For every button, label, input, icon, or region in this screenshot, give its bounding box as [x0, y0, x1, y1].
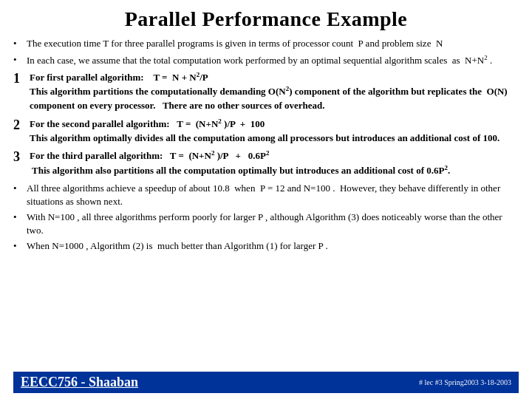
- bottom-bullet-icon-2: •: [13, 211, 27, 223]
- bullet-text-1: The execution time T for three parallel …: [27, 37, 519, 50]
- bottom-bullet-3: • When N=1000 , Algorithm (2) is much be…: [13, 239, 519, 253]
- slide-content: • The execution time T for three paralle…: [13, 37, 519, 369]
- bottom-bullet-2: • With N=100 , all three algorithms perf…: [13, 211, 519, 237]
- section-2: 2 For the second parallel algorithm: T =…: [13, 117, 519, 145]
- footer-info: # lec #3 Spring2003 3-18-2003: [419, 378, 511, 386]
- slide: Parallel Performance Example • The execu…: [0, 0, 532, 399]
- section-content-1: For first parallel algorithm: T = N + N2…: [30, 70, 519, 113]
- bottom-bullet-text-1: All three algorithms achieve a speedup o…: [27, 182, 519, 208]
- section-num-1: 1: [13, 70, 30, 87]
- section-2-line-1: For the second parallel algorithm: T = (…: [30, 117, 519, 132]
- bottom-bullet-text-3: When N=1000 , Algorithm (2) is much bett…: [27, 239, 519, 253]
- bullet-icon-2: •: [13, 53, 27, 66]
- bottom-bullet-icon-3: •: [13, 239, 27, 252]
- bullet-icon-1: •: [13, 37, 27, 50]
- bullet-2: • In each case, we assume that the total…: [13, 53, 519, 68]
- section-1-line-1: For first parallel algorithm: T = N + N2…: [30, 70, 519, 85]
- section-num-3: 3: [13, 149, 30, 166]
- footer-title: EECC756 - Shaaban: [21, 375, 138, 390]
- section-content-3: For the third parallel algorithm: T = (N…: [30, 149, 519, 178]
- bullet-1: • The execution time T for three paralle…: [13, 37, 519, 50]
- footer-bar: EECC756 - Shaaban # lec #3 Spring2003 3-…: [13, 372, 519, 393]
- bottom-bullet-icon-1: •: [13, 182, 27, 194]
- bottom-bullet-1: • All three algorithms achieve a speedup…: [13, 182, 519, 208]
- section-content-2: For the second parallel algorithm: T = (…: [30, 117, 519, 145]
- bullet-text-2: In each case, we assume that the total c…: [27, 53, 519, 68]
- section-1: 1 For first parallel algorithm: T = N + …: [13, 70, 519, 113]
- section-3-line-2: This algorithm also partitions all the c…: [30, 163, 519, 178]
- section-1-line-2: This algorithm partitions the computatio…: [30, 84, 519, 112]
- section-3-line-1: For the third parallel algorithm: T = (N…: [30, 149, 519, 163]
- section-3: 3 For the third parallel algorithm: T = …: [13, 149, 519, 178]
- section-num-2: 2: [13, 117, 30, 134]
- section-2-line-2: This algorithm optimally divides all the…: [30, 132, 519, 145]
- bottom-bullet-text-2: With N=100 , all three algorithms perfor…: [27, 211, 519, 237]
- slide-title: Parallel Performance Example: [13, 7, 519, 31]
